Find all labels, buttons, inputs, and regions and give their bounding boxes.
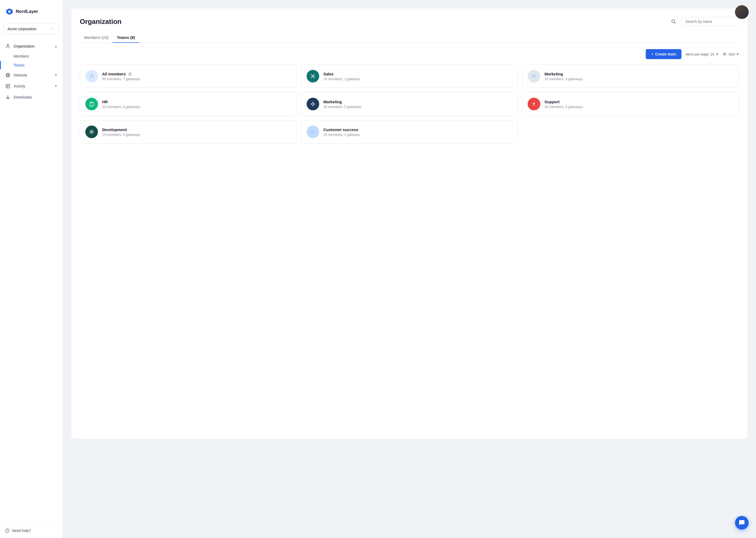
org-label: Organization [14, 44, 54, 48]
chat-button[interactable] [735, 516, 749, 530]
page-header: Organization [80, 17, 739, 26]
activity-label: Activity [14, 84, 54, 88]
svg-point-0 [8, 11, 11, 13]
tabs: Members (23) Teams (8) [80, 32, 739, 43]
create-team-button[interactable]: + Create team [646, 49, 682, 59]
sidebar-item-organization[interactable]: Organization ▲ [0, 41, 63, 52]
svg-point-11 [672, 20, 675, 23]
svg-rect-23 [90, 102, 93, 106]
sidebar-footer: ? Need help? [0, 523, 63, 538]
team-info-all-members: All members 65 members, 7 gateways [102, 72, 140, 81]
activity-icon [5, 83, 11, 89]
create-team-label: Create team [655, 52, 676, 56]
svg-rect-17 [129, 74, 131, 76]
items-per-page-selector[interactable]: Items per page: 15 ▼ [685, 52, 719, 56]
svg-point-1 [7, 44, 9, 46]
network-chevron: ▼ [54, 73, 58, 77]
downloads-label: Downloads [14, 95, 58, 99]
org-icon [5, 44, 11, 49]
team-card-all-members[interactable]: All members 65 members, 7 gateways [80, 64, 297, 88]
team-icon-development [85, 126, 98, 138]
tab-teams-label: Teams (8) [117, 35, 135, 40]
team-meta-development: 15 members, 4 gateways [102, 133, 140, 136]
team-info-development: Development 15 members, 4 gateways [102, 128, 140, 136]
team-meta-sales: 15 members, 1 gateway [323, 77, 360, 81]
sidebar-item-activity[interactable]: Activity ▼ [0, 81, 63, 92]
sidebar-nav: Organization ▲ Members Teams Network ▼ [0, 39, 63, 523]
members-label: Members [14, 54, 29, 58]
tab-teams[interactable]: Teams (8) [113, 32, 139, 43]
activity-chevron: ▼ [54, 84, 58, 88]
team-info-marketing1: Marketing 15 members, 3 gateways [544, 72, 583, 81]
team-icon-marketing2 [307, 98, 319, 110]
team-icon-support [528, 98, 540, 110]
team-name-development: Development [102, 128, 140, 132]
team-icon-customer-success [307, 126, 319, 138]
nordlayer-logo-icon [5, 7, 14, 16]
team-info-sales: Sales 15 members, 1 gateway [323, 72, 360, 81]
team-name-all-members: All members [102, 72, 140, 76]
tab-members[interactable]: Members (23) [80, 32, 113, 43]
team-icon-marketing1 [528, 70, 540, 82]
help-icon: ? [5, 528, 10, 533]
sort-label: Sort [729, 52, 735, 56]
org-name: Acme corporation [8, 27, 36, 31]
search-input[interactable] [682, 17, 739, 26]
sort-icon [723, 52, 727, 56]
user-avatar[interactable] [735, 5, 749, 19]
team-card-marketing1[interactable]: Marketing 15 members, 3 gateways [522, 64, 739, 88]
svg-point-32 [312, 130, 314, 132]
sidebar: NordLayer Acme corporation ··· Organizat… [0, 0, 63, 538]
avatar-image [735, 5, 749, 19]
team-icon-sales [307, 70, 319, 82]
team-icon-hr [85, 98, 98, 110]
team-name-support: Support [544, 100, 583, 104]
team-name-marketing1: Marketing [544, 72, 583, 76]
more-options-icon: ··· [50, 26, 55, 31]
team-card-hr[interactable]: HR 15 members, 0 gateways [80, 92, 297, 116]
team-meta-support: 15 members, 5 gateways [544, 105, 583, 109]
team-name-sales: Sales [323, 72, 360, 76]
team-name-customer-success: Customer success [323, 128, 360, 132]
team-icon-all-members [85, 70, 98, 82]
team-card-marketing2[interactable]: Marketing 15 members, 2 gateways [301, 92, 518, 116]
team-info-marketing2: Marketing 15 members, 2 gateways [323, 100, 361, 109]
logo[interactable]: NordLayer [0, 0, 63, 21]
svg-line-12 [674, 22, 676, 24]
svg-point-29 [533, 103, 535, 104]
team-info-customer-success: Customer success 15 members, 1 gateway [323, 128, 360, 136]
sidebar-item-members[interactable]: Members [0, 52, 63, 61]
teams-toolbar: + Create team Items per page: 15 ▼ Sort … [80, 49, 739, 59]
sidebar-item-network[interactable]: Network ▼ [0, 70, 63, 81]
sidebar-item-downloads[interactable]: Downloads [0, 92, 63, 103]
team-card-support[interactable]: Support 15 members, 5 gateways [522, 92, 739, 116]
search-icon [671, 19, 676, 24]
network-label: Network [14, 73, 54, 77]
svg-point-24 [312, 103, 314, 105]
team-info-hr: HR 15 members, 0 gateways [102, 100, 140, 109]
sidebar-item-teams[interactable]: Teams [0, 61, 63, 70]
chat-icon [739, 519, 745, 526]
team-card-customer-success[interactable]: Customer success 15 members, 1 gateway [301, 120, 518, 144]
team-meta-hr: 15 members, 0 gateways [102, 105, 140, 109]
network-icon [5, 73, 11, 78]
items-per-page-label: Items per page: 15 [685, 52, 714, 56]
org-chevron: ▲ [54, 44, 58, 48]
sort-button[interactable]: Sort ▼ [723, 52, 739, 56]
search-icon-button[interactable] [669, 17, 678, 26]
team-card-sales[interactable]: Sales 15 members, 1 gateway [301, 64, 518, 88]
org-selector[interactable]: Acme corporation ··· [4, 23, 59, 34]
downloads-icon [5, 94, 11, 100]
team-meta-marketing2: 15 members, 2 gateways [323, 105, 361, 109]
svg-point-31 [91, 132, 92, 133]
team-card-development[interactable]: Development 15 members, 4 gateways [80, 120, 297, 144]
team-info-support: Support 15 members, 5 gateways [544, 100, 583, 109]
svg-text:?: ? [7, 529, 8, 532]
help-link[interactable]: ? Need help? [5, 528, 58, 533]
header-right [669, 17, 739, 26]
create-team-plus-icon: + [651, 52, 653, 56]
team-meta-all-members: 65 members, 7 gateways [102, 77, 140, 81]
lock-icon [128, 72, 132, 76]
items-per-page-chevron: ▼ [716, 53, 719, 56]
tab-members-label: Members (23) [84, 35, 109, 40]
